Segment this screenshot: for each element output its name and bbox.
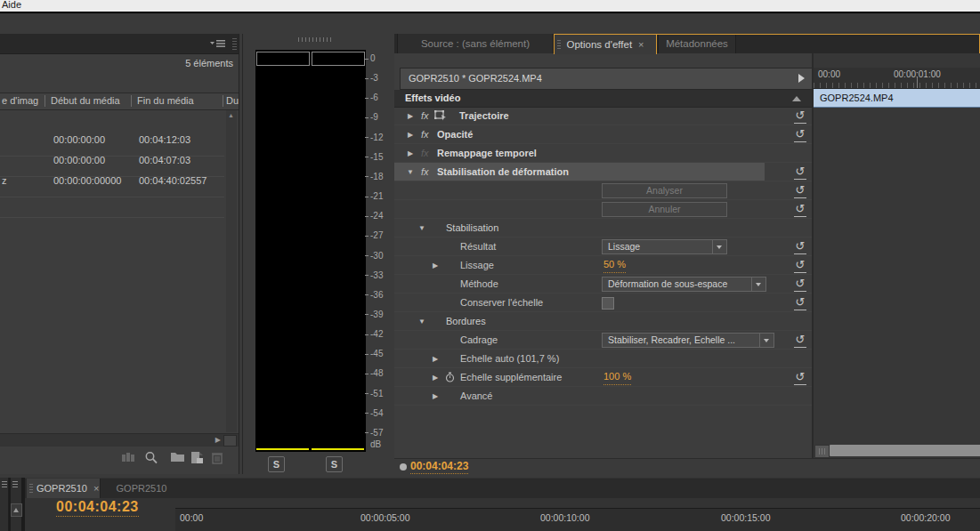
db-tick — [365, 216, 369, 217]
vertical-scrollbar[interactable]: ▲ — [226, 110, 237, 432]
project-row[interactable]: z00:00:00:0000000:04:40:02557 — [0, 175, 224, 194]
dropdown-value: Lissage — [608, 240, 640, 253]
param-value[interactable]: 100 % — [603, 369, 631, 385]
clip-bar[interactable]: GOPR2524.MP4 — [814, 89, 980, 108]
twirl-icon[interactable]: ▶ — [431, 368, 440, 387]
play-arrow-icon[interactable] — [798, 74, 805, 83]
r-sultat-dropdown[interactable]: Lissage — [602, 239, 727, 254]
close-icon[interactable]: × — [638, 39, 644, 50]
reset-icon[interactable]: ↺ — [794, 108, 806, 124]
current-time[interactable]: 00:04:04:23 — [410, 460, 468, 474]
chevron-down-icon[interactable] — [712, 240, 726, 253]
cadrage-dropdown[interactable]: Stabiliser, Recadrer, Echelle ... — [602, 333, 774, 348]
param-value[interactable]: 50 % — [603, 257, 626, 273]
row-separator — [0, 217, 224, 218]
scroll-up-icon[interactable]: ▲ — [228, 112, 234, 118]
row-analyser: Analyser↺ — [394, 181, 812, 200]
reset-icon[interactable]: ↺ — [794, 238, 806, 254]
twirl-icon[interactable]: ▶ — [431, 256, 440, 275]
list-view-icon[interactable] — [121, 451, 139, 467]
db-tick-label: -27 — [370, 230, 383, 240]
collapsed-panel-strip[interactable] — [11, 478, 21, 531]
scrollbar-thumb[interactable] — [830, 445, 980, 456]
new-item-icon[interactable] — [190, 451, 208, 467]
collapsed-panel-strip[interactable] — [0, 478, 9, 531]
mini-timeline-ruler[interactable]: 00:00 00:00:01:00 — [814, 68, 980, 89]
twirl-icon[interactable]: ▼ — [417, 219, 426, 237]
effect-name[interactable]: Remappage temporel — [437, 144, 537, 162]
row-avanc: ▶Avancé — [394, 387, 812, 406]
db-tick-label: -6 — [370, 93, 378, 102]
mini-timeline-scrollbar[interactable] — [814, 445, 980, 456]
chevron-down-icon[interactable] — [759, 334, 773, 347]
project-toolbar — [121, 449, 239, 472]
scrollbar-grip[interactable] — [814, 445, 830, 458]
playhead-icon[interactable] — [400, 463, 407, 471]
twirl-icon[interactable]: ▶ — [406, 144, 415, 163]
close-icon[interactable]: × — [93, 483, 99, 494]
project-row[interactable]: 00:00:00:0000:04:12:03 — [0, 134, 224, 153]
row-annuler: Annuler↺ — [394, 200, 812, 219]
twirl-icon[interactable]: ▶ — [406, 125, 415, 144]
tab-source[interactable]: Source : (sans élément) — [397, 34, 554, 53]
tab-metadata[interactable]: Métadonnées — [658, 34, 736, 53]
tab-sequence-inactive[interactable]: GOPR2510 — [107, 479, 176, 498]
db-tick-label: -33 — [370, 270, 383, 280]
twirl-icon[interactable]: ▶ — [406, 107, 415, 125]
conserver-l-chelle-checkbox[interactable] — [602, 297, 614, 310]
collapse-icon[interactable] — [792, 96, 801, 101]
panel-grip[interactable] — [298, 37, 332, 42]
clip-header-bar[interactable]: GOPR2510 * GOPR2524.MP4 — [400, 68, 813, 90]
row-separator — [0, 156, 224, 157]
horizontal-scrollbar[interactable]: ▶ — [0, 433, 239, 447]
annuler-button[interactable]: Annuler — [602, 202, 727, 217]
twirl-icon[interactable]: ▶ — [431, 350, 440, 368]
solo-right-button[interactable]: S — [326, 456, 343, 472]
reset-icon[interactable]: ↺ — [794, 126, 806, 142]
reset-icon[interactable]: ↺ — [794, 257, 806, 273]
column-media-start[interactable]: Début du média — [51, 95, 120, 106]
reset-icon[interactable]: ↺ — [794, 276, 806, 292]
column-duration[interactable]: Du — [226, 95, 239, 106]
reset-icon[interactable]: ↺ — [794, 164, 806, 180]
reset-icon[interactable]: ↺ — [794, 294, 806, 310]
chevron-down-icon[interactable] — [751, 278, 765, 291]
scroll-right-icon[interactable]: ▶ — [215, 436, 221, 444]
panel-menu-icon[interactable] — [210, 39, 226, 48]
new-bin-icon[interactable] — [170, 451, 188, 467]
solo-left-button[interactable]: S — [268, 456, 285, 472]
column-media-end[interactable]: Fin du média — [137, 95, 194, 106]
m-thode-dropdown[interactable]: Déformation de sous-espace — [602, 277, 766, 292]
stopwatch-icon[interactable] — [445, 372, 455, 382]
scroll-up-icon[interactable] — [11, 503, 22, 517]
row-trajectoire[interactable]: ▶fxTrajectoire↺ — [394, 107, 812, 125]
reset-icon[interactable]: ↺ — [794, 369, 806, 385]
effect-name[interactable]: Trajectoire — [459, 107, 509, 125]
reset-icon[interactable]: ↺ — [794, 332, 806, 348]
twirl-icon[interactable]: ▼ — [406, 163, 415, 181]
effect-name[interactable]: Stabilisation de déformation — [437, 163, 569, 181]
reset-icon[interactable]: ↺ — [794, 201, 806, 217]
timeline-ruler[interactable]: 00:0000:00:05:0000:00:10:0000:00:15:0000… — [175, 508, 980, 531]
row-opacit[interactable]: ▶fxOpacité↺ — [394, 125, 812, 144]
db-tick — [365, 354, 369, 355]
tab-sequence-active[interactable]: GOPR2510× — [27, 479, 101, 498]
effect-name[interactable]: Opacité — [437, 125, 473, 143]
tab-effect-controls[interactable]: Options d'effet× — [554, 34, 657, 54]
analyser-button[interactable]: Analyser — [602, 183, 727, 198]
twirl-icon[interactable]: ▼ — [417, 312, 426, 331]
twirl-icon[interactable]: ▶ — [431, 387, 440, 406]
row-remappage-temporel[interactable]: ▶fxRemappage temporel — [394, 144, 812, 163]
trash-icon[interactable] — [211, 451, 229, 467]
menu-item-help[interactable]: Aide — [2, 0, 21, 10]
video-effects-header[interactable]: Effets vidéo — [394, 90, 812, 108]
project-row[interactable]: 00:00:00:0000:04:07:03 — [0, 155, 224, 173]
row-stabilisation-de-d-formation[interactable]: ▼fxStabilisation de déformation↺ — [394, 163, 812, 181]
find-icon[interactable] — [144, 451, 162, 467]
column-framerate[interactable]: e d'imag — [2, 95, 38, 106]
panel-grip[interactable] — [232, 37, 237, 50]
reset-icon[interactable]: ↺ — [794, 182, 806, 198]
timeline-current-time[interactable]: 00:04:04:23 — [56, 499, 139, 517]
ruler-tick-label: 00:00 — [180, 512, 203, 523]
param-label: Conserver l'échelle — [460, 294, 543, 311]
